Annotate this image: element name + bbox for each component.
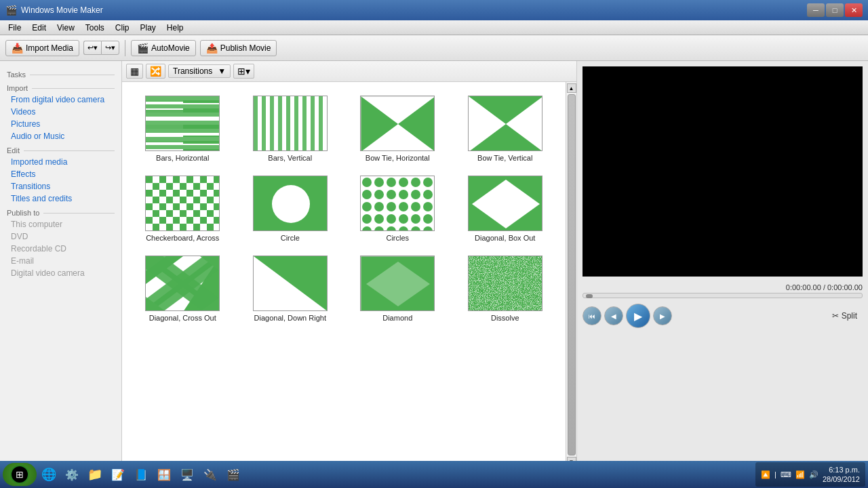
tray-clock[interactable]: 6:13 p.m. 28/09/2012 [823, 465, 860, 485]
menu-file[interactable]: File [3, 22, 26, 34]
taskbar-icon-windows[interactable]: 🪟 [153, 464, 175, 485]
sidebar-item-audio[interactable]: Audio or Music [0, 130, 121, 142]
svg-rect-15 [146, 129, 220, 133]
taskbar-icon-network[interactable]: 🔌 [199, 464, 221, 485]
taskbar-icon-chrome[interactable]: 🌐 [38, 464, 60, 485]
step-back-button[interactable]: ◀ [604, 306, 623, 325]
svg-rect-21 [270, 96, 274, 151]
publish-movie-button[interactable]: 📤 Publish Movie [200, 40, 277, 56]
menu-play[interactable]: Play [135, 22, 161, 34]
sidebar-item-effects[interactable]: Effects [0, 168, 121, 180]
content-panel: ▦ 🔀 Transitions ▼ ⊞▾ [122, 61, 576, 468]
automovie-button[interactable]: 🎬 AutoMovie [131, 40, 196, 56]
chevron-down-icon: ▼ [218, 66, 226, 76]
preview-controls: ⏮ ◀ ▶ ▶ ✂ Split [577, 301, 868, 333]
svg-point-40 [272, 185, 310, 223]
toolbar: 📥 Import Media ↩▾ ↪▾ 🎬 AutoMovie 📤 Publi… [0, 35, 868, 61]
svg-rect-63 [469, 256, 542, 311]
sidebar-item-transitions[interactable]: Transitions [0, 180, 121, 192]
transition-thumb-circle [253, 176, 328, 231]
start-button[interactable]: ⊞ [3, 463, 37, 486]
sidebar: Tasks Import From digital video camera V… [0, 61, 122, 468]
svg-rect-24 [294, 96, 298, 151]
transition-bowtie-h[interactable]: Bow Tie, Horizontal [344, 89, 452, 169]
preview-seekbar[interactable] [583, 293, 863, 298]
transition-circles[interactable]: Circles [344, 169, 452, 249]
preview-time: 0:00:00.00 / 0:00:00.00 [577, 282, 868, 293]
menu-edit[interactable]: Edit [26, 22, 52, 34]
taskbar-icon-movie[interactable]: 🎬 [222, 464, 244, 485]
menu-view[interactable]: View [52, 22, 80, 34]
transition-diag-cross-out[interactable]: Diagonal, Cross Out [129, 249, 237, 329]
tray-network-icon[interactable]: 📶 [795, 470, 805, 479]
scroll-up-button[interactable]: ▲ [567, 83, 576, 93]
transition-label-circle: Circle [281, 234, 300, 242]
preview-screen [583, 66, 863, 277]
scroll-thumb[interactable] [568, 94, 576, 455]
transition-thumb-diamond [360, 256, 435, 311]
menu-help[interactable]: Help [161, 22, 189, 34]
edit-section-label: Edit [0, 142, 121, 156]
transition-diag-box-out[interactable]: Diagonal, Box Out [452, 169, 559, 249]
sidebar-item-titles[interactable]: Titles and credits [0, 192, 121, 205]
transition-checkerboard[interactable]: /* checker drawn via pattern */ Checkerb… [129, 169, 237, 249]
svg-rect-26 [311, 96, 315, 151]
taskbar-icon-word2[interactable]: 📘 [130, 464, 152, 485]
transition-diag-down-right[interactable]: Diagonal, Down Right [237, 249, 344, 329]
transitions-dropdown[interactable]: Transitions ▼ [168, 64, 231, 78]
taskbar-icon-vm[interactable]: 🖥️ [176, 464, 198, 485]
title-text: Windows Movie Maker [21, 5, 807, 15]
taskbar-icon-explorer[interactable]: 📁 [84, 464, 106, 485]
play-button[interactable]: ▶ [626, 304, 650, 328]
svg-rect-12 [146, 104, 220, 108]
sidebar-item-digital-camera[interactable]: From digital video camera [0, 94, 121, 106]
redo-button[interactable]: ↪▾ [101, 41, 119, 55]
transition-label-checker: Checkerboard, Across [146, 234, 219, 242]
sidebar-item-imported-media[interactable]: Imported media [0, 156, 121, 168]
shuffle-button[interactable]: 🔀 [146, 64, 165, 79]
import-media-button[interactable]: 📥 Import Media [5, 40, 79, 56]
sidebar-item-recordable-cd: Recordable CD [0, 243, 121, 255]
transition-label-diamond: Diamond [382, 314, 412, 322]
transitions-dropdown-label: Transitions [173, 66, 212, 76]
svg-rect-17 [146, 145, 220, 149]
transition-bars-horizontal[interactable]: Bars, Horizontal [129, 89, 237, 169]
sidebar-item-pictures[interactable]: Pictures [0, 118, 121, 130]
view-thumbnails-button[interactable]: ▦ [126, 64, 143, 79]
taskbar-icon-steam[interactable]: ⚙️ [61, 464, 83, 485]
content-scrollbar[interactable]: ▲ ▼ [566, 82, 576, 468]
window-controls: ─ □ ✕ [807, 3, 863, 17]
menu-clip[interactable]: Clip [110, 22, 135, 34]
step-forward-button[interactable]: ▶ [653, 306, 672, 325]
transition-diamond[interactable]: Diamond [344, 249, 452, 329]
taskbar: ⊞ 🌐 ⚙️ 📁 📝 📘 🪟 🖥️ 🔌 🎬 🔼 | ⌨ 📶 🔊 6:13 p.m… [0, 461, 868, 488]
maximize-button[interactable]: □ [826, 3, 844, 17]
seekbar-thumb[interactable] [586, 294, 593, 298]
view-options-button[interactable]: ⊞▾ [233, 64, 254, 79]
system-tray: 🔼 | ⌨ 📶 🔊 6:13 p.m. 28/09/2012 [755, 462, 865, 487]
close-button[interactable]: ✕ [845, 3, 863, 17]
transition-dissolve[interactable]: Dissolve [452, 249, 559, 329]
sidebar-item-email: E-mail [0, 255, 121, 267]
sidebar-item-videos[interactable]: Videos [0, 106, 121, 118]
split-button[interactable]: ✂ Split [827, 310, 863, 322]
minimize-button[interactable]: ─ [807, 3, 825, 17]
tray-volume-icon[interactable]: 🔊 [809, 470, 818, 479]
undo-button[interactable]: ↩▾ [83, 41, 101, 55]
transition-circle[interactable]: Circle [237, 169, 344, 249]
taskbar-icon-word[interactable]: 📝 [107, 464, 129, 485]
menu-tools[interactable]: Tools [80, 22, 110, 34]
tray-show-desktop-icon[interactable]: 🔼 [761, 470, 770, 479]
svg-rect-25 [302, 96, 307, 151]
main-area: Tasks Import From digital video camera V… [0, 61, 868, 468]
transition-thumb-diag-box [468, 176, 542, 231]
transition-bowtie-v[interactable]: Bow Tie, Vertical [452, 89, 559, 169]
svg-rect-20 [262, 96, 266, 151]
tray-keyboard-icon[interactable]: ⌨ [781, 470, 791, 479]
sidebar-item-dv-camera: Digital video camera [0, 267, 121, 279]
skip-back-button[interactable]: ⏮ [583, 306, 601, 325]
tray-separator: | [774, 470, 776, 479]
transition-label-diag-down: Diagonal, Down Right [254, 314, 326, 322]
transition-bars-vertical[interactable]: Bars, Vertical [237, 89, 344, 169]
svg-rect-27 [319, 96, 323, 151]
